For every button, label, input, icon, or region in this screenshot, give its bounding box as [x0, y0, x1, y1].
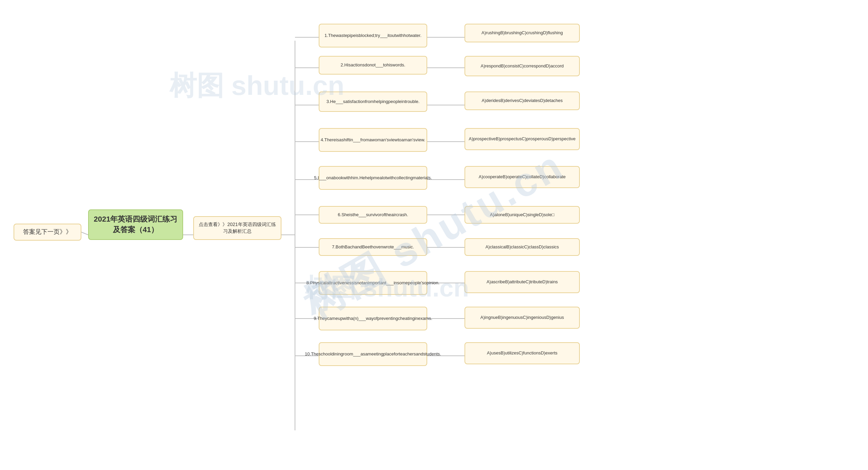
question-2: 2.Hisactionsdonot___tohiswords.	[319, 56, 427, 75]
left-node-label: 答案见下一页》》	[23, 228, 72, 236]
answer-1: A)rushingB)brushingC)crushingD)flushing	[465, 24, 580, 42]
link-node[interactable]: 点击查看》》2021年英语四级词汇练习及解析汇总	[193, 216, 281, 240]
question-6: 6.Sheisthe___survivoroftheaircrash.	[319, 206, 427, 224]
question-5: 5.I___onabookwithhim.Hehelpmealotwithcol…	[319, 166, 427, 190]
center-node: 2021年英语四级词汇练习 及答案（41）	[88, 209, 183, 240]
question-8: 8.Physicalattractivenessisnotanimportant…	[319, 271, 427, 295]
center-node-label: 2021年英语四级词汇练习 及答案（41）	[94, 214, 178, 235]
question-3: 3.He___satisfactionfromhelpingpeopleintr…	[319, 91, 427, 112]
left-node: 答案见下一页》》	[14, 224, 81, 241]
answer-3: A)deridesB)derivesC)deviatesD)detaches	[465, 91, 580, 110]
answer-5: A)cooperateB)operateC)collateD)collabora…	[465, 166, 580, 188]
answer-10: A)usesB)utilizesC)functionsD)exerts	[465, 342, 580, 364]
svg-line-0	[81, 232, 88, 235]
question-10: 10.Theschooldiningroom___asameetingplace…	[319, 342, 427, 366]
question-4: 4.Thereisashiftin___fromawoman'sviewtoam…	[319, 128, 427, 152]
answer-2: A)respondB)consistC)correspondD)accord	[465, 56, 580, 76]
question-7: 7.BothBachandBeethovenwrote___music.	[319, 238, 427, 256]
answer-8: A)ascribeB)attributeC)tributeD)trains	[465, 271, 580, 293]
answer-6: A)aloneB)uniqueC)singleD)sole□	[465, 206, 580, 224]
mindmap: 答案见下一页》》 2021年英语四级词汇练习 及答案（41） 点击查看》》202…	[0, 0, 868, 470]
answer-7: A)classicalB)classicC)classD)classics	[465, 238, 580, 256]
answer-9: A)ingnueB)ingenuousC)ingeniousD)genius	[465, 307, 580, 329]
question-1: 1.Thewastepipeisblocked;try___itoutwithh…	[319, 24, 427, 47]
answer-4: A)prospectiveB)prospectusC)prosperousD)p…	[465, 128, 580, 150]
link-node-label: 点击查看》》2021年英语四级词汇练习及解析汇总	[199, 221, 276, 234]
question-9: 9.Theycameupwitha(n)___wayofpreventingch…	[319, 307, 427, 330]
